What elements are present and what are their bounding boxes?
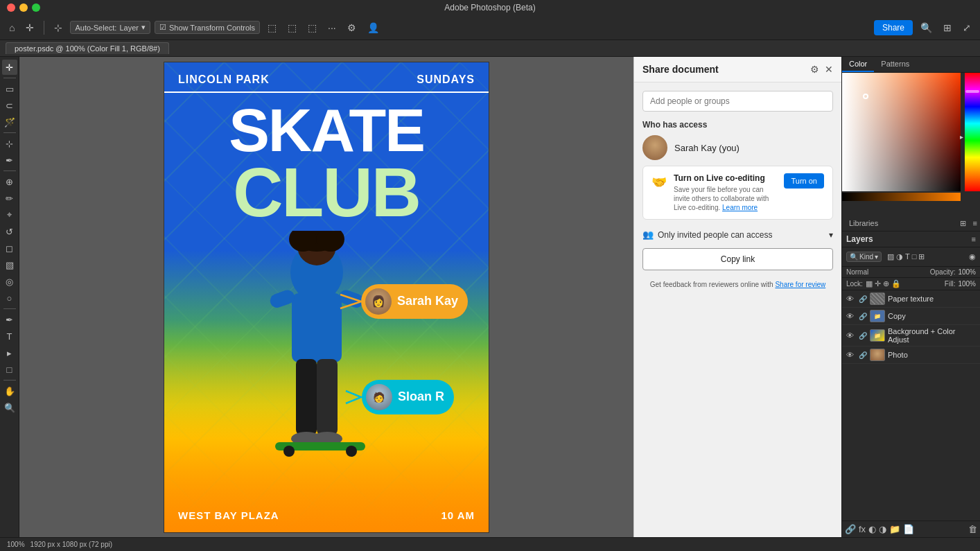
healing-tool[interactable]: ⊕ xyxy=(2,174,17,189)
learn-more-link[interactable]: Learn more xyxy=(722,204,758,211)
filter-pixel-icon[interactable]: ▨ xyxy=(887,252,894,261)
clone-stamp-tool[interactable]: ⌖ xyxy=(2,207,17,222)
move-tool[interactable]: ✛ xyxy=(2,60,17,75)
status-bar: 100% 1920 px x 1080 px (72 ppi) xyxy=(0,537,980,551)
close-panel-icon[interactable]: ✕ xyxy=(825,64,833,75)
layers-options-icon[interactable]: ≡ xyxy=(972,235,976,243)
add-people-input[interactable] xyxy=(642,91,833,112)
lock-checkerboard-icon[interactable]: ▦ xyxy=(866,279,873,288)
visibility-icon-copy[interactable]: 👁 xyxy=(846,312,856,320)
layers-section-header: Layers ≡ xyxy=(842,231,980,247)
transform-controls-toggle[interactable]: ☑ Show Transform Controls xyxy=(155,21,260,34)
crop-tool[interactable]: ⊹ xyxy=(2,136,17,151)
panel-expand-icon[interactable]: ⊞ xyxy=(956,216,970,231)
access-level-dropdown[interactable]: ▾ xyxy=(829,230,833,240)
add-fx-icon[interactable]: fx xyxy=(859,524,866,534)
expand-icon[interactable]: ⤢ xyxy=(959,20,974,35)
close-button[interactable] xyxy=(7,3,15,12)
align-center-icon[interactable]: ⬚ xyxy=(284,20,300,35)
access-level-left: 👥 Only invited people can access xyxy=(642,229,772,240)
auto-select-dropdown[interactable]: Auto-Select: Layer ▾ xyxy=(70,21,150,34)
align-left-icon[interactable]: ⬚ xyxy=(264,20,280,35)
file-tab[interactable]: poster.psdc @ 100% (Color Fill 1, RGB/8#… xyxy=(6,42,169,54)
filter-toggle-icon[interactable]: ◉ xyxy=(969,252,976,261)
settings-panel-icon[interactable]: ⚙ xyxy=(810,64,819,75)
layer-item-copy[interactable]: 👁 🔗 📁 Copy xyxy=(842,308,980,325)
share-for-review-link[interactable]: Share for review xyxy=(775,281,825,288)
poster-title-line1: SKATE xyxy=(164,100,489,161)
main-area: ✛ ▭ ⊂ 🪄 ⊹ ✒ ⊕ ✏ ⌖ ↺ ◻ ▧ ◎ ○ ✒ T ▸ □ ✋ 🔍 xyxy=(0,57,980,537)
move-tool-icon[interactable]: ✛ xyxy=(22,20,37,35)
share-panel-content: Who has access Sarah Kay (you) 🤝 Turn on… xyxy=(634,82,841,537)
delete-layer-icon[interactable]: 🗑 xyxy=(968,524,977,534)
visibility-icon-bg[interactable]: 👁 xyxy=(846,331,856,340)
path-selection-tool[interactable]: ▸ xyxy=(2,345,17,360)
document-dimensions: 1920 px x 1080 px (72 ppi) xyxy=(30,541,112,548)
lock-all-icon[interactable]: 🔒 xyxy=(891,279,901,288)
lasso-tool[interactable]: ⊂ xyxy=(2,98,17,113)
type-tool[interactable]: T xyxy=(2,329,17,344)
link-layers-icon[interactable]: 🔗 xyxy=(845,524,856,534)
lock-artboard-icon[interactable]: ⊕ xyxy=(883,279,889,288)
pen-tool[interactable]: ✒ xyxy=(2,312,17,327)
zoom-tool[interactable]: 🔍 xyxy=(2,400,17,415)
tab-patterns[interactable]: Patterns xyxy=(874,57,916,72)
more-options-icon[interactable]: ··· xyxy=(324,20,340,35)
dodge-tool[interactable]: ○ xyxy=(2,290,17,306)
canvas-area[interactable]: LINCOLN PARK SUNDAYS SKATE CLUB WEST BAY… xyxy=(19,57,633,537)
filter-type-icon[interactable]: T xyxy=(905,252,910,261)
new-layer-icon[interactable]: 📄 xyxy=(903,524,914,534)
turn-on-button[interactable]: Turn on xyxy=(784,173,824,189)
copy-link-button[interactable]: Copy link xyxy=(642,248,833,270)
visibility-icon-paper[interactable]: 👁 xyxy=(846,295,856,303)
fill-label: Fill: xyxy=(945,280,956,288)
lock-move-icon[interactable]: ✛ xyxy=(875,279,881,288)
arrange-icon[interactable]: ⊞ xyxy=(940,20,955,35)
feedback-text: Get feedback from reviewers online with … xyxy=(642,280,833,290)
new-group-icon[interactable]: 📁 xyxy=(889,524,900,534)
layer-item-bg[interactable]: 👁 🔗 📁 Background + Color Adjust xyxy=(842,325,980,347)
brightness-bar[interactable] xyxy=(842,193,961,201)
people-icon: 👥 xyxy=(642,229,654,240)
app-title: Adobe Photoshop (Beta) xyxy=(444,3,535,12)
history-brush-tool[interactable]: ↺ xyxy=(2,224,17,239)
align-right-icon[interactable]: ⬚ xyxy=(304,20,320,35)
tool-separator-5 xyxy=(3,380,16,381)
add-adjustment-icon[interactable]: ◑ xyxy=(879,524,886,534)
visibility-icon-photo[interactable]: 👁 xyxy=(846,351,856,359)
add-mask-icon[interactable]: ◐ xyxy=(868,524,876,534)
sloan-avatar: 🧑 xyxy=(366,384,392,410)
eraser-tool[interactable]: ◻ xyxy=(2,240,17,256)
select-tool-icon[interactable]: ⊹ xyxy=(51,20,66,35)
blur-tool[interactable]: ◎ xyxy=(2,274,17,289)
shape-tool[interactable]: □ xyxy=(2,362,17,377)
minimize-button[interactable] xyxy=(19,3,28,12)
tool-separator-3 xyxy=(3,170,16,171)
eyedropper-tool[interactable]: ✒ xyxy=(2,152,17,168)
layer-item-photo[interactable]: 👁 🔗 Photo xyxy=(842,347,980,364)
marquee-tool[interactable]: ▭ xyxy=(2,81,17,96)
home-icon[interactable]: ⌂ xyxy=(6,20,18,35)
filter-shape-icon[interactable]: □ xyxy=(912,252,917,261)
user-icon[interactable]: 👤 xyxy=(364,20,383,35)
tool-separator-2 xyxy=(3,132,16,133)
panel-options-icon[interactable]: ≡ xyxy=(970,216,980,231)
zoom-level: 100% xyxy=(7,541,25,548)
gradient-tool[interactable]: ▧ xyxy=(2,257,17,272)
filter-smart-icon[interactable]: ⊞ xyxy=(918,252,925,261)
far-right-panels: Color Patterns ▸ Libraries ⊞ xyxy=(841,57,980,537)
fullscreen-button[interactable] xyxy=(32,3,40,12)
tab-color[interactable]: Color xyxy=(842,57,874,72)
color-gradient-field[interactable] xyxy=(842,73,961,191)
search-icon[interactable]: 🔍 xyxy=(917,20,936,35)
filter-adjust-icon[interactable]: ◑ xyxy=(896,252,903,261)
brush-tool[interactable]: ✏ xyxy=(2,191,17,206)
quick-select-tool[interactable]: 🪄 xyxy=(2,114,17,130)
share-button[interactable]: Share xyxy=(874,20,913,35)
sloan-avatar-img: 🧑 xyxy=(366,384,392,410)
layers-kind-dropdown[interactable]: 🔍 Kind ▾ xyxy=(846,252,882,262)
layer-item-paper-texture[interactable]: 👁 🔗 Paper texture xyxy=(842,290,980,308)
settings-icon[interactable]: ⚙ xyxy=(344,20,360,35)
hand-tool[interactable]: ✋ xyxy=(2,383,17,399)
tab-libraries[interactable]: Libraries xyxy=(842,216,885,231)
